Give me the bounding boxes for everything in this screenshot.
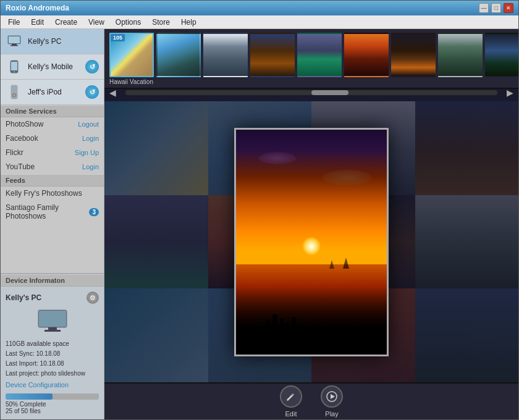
menu-help[interactable]: Help (176, 17, 201, 28)
thumbnail-2[interactable] (156, 33, 201, 77)
sync-action-ipod[interactable] (85, 85, 99, 99)
menu-file[interactable]: File (3, 17, 25, 28)
svg-rect-8 (12, 86, 17, 91)
minimize-button[interactable]: — (479, 3, 489, 13)
thumbnail-5[interactable] (297, 33, 342, 77)
thumb-count-badge: 105 (111, 34, 125, 41)
scroll-right-arrow[interactable]: ▶ (507, 89, 513, 96)
feed-name-santiago: Santiago Family Photoshows (6, 203, 89, 220)
device-settings-button[interactable]: ⚙ (86, 292, 99, 304)
stat-project: Last project: photo slideshow (6, 369, 99, 379)
mobile-icon (6, 58, 23, 75)
service-facebook: Facebook Login (1, 132, 104, 146)
menu-edit[interactable]: Edit (26, 17, 49, 28)
thumbnail-6[interactable] (344, 33, 389, 77)
menu-store[interactable]: Store (147, 17, 175, 28)
svg-rect-3 (11, 45, 18, 46)
sidebar-item-kellys-pc[interactable]: Kelly's PC (1, 29, 104, 54)
menu-bar: File Edit Create View Options Store Help (1, 15, 518, 29)
edit-button[interactable]: Edit (280, 385, 302, 418)
menu-view[interactable]: View (83, 17, 109, 28)
device-config-link[interactable]: Device Configuration (6, 381, 99, 388)
device-label-kellys-pc: Kelly's PC (28, 37, 99, 46)
feed-name-kelly: Kelly Fry's Photoshows (6, 189, 82, 198)
stat-import: Last Import: 10.18.08 (6, 359, 99, 369)
device-label-kellys-mobile: Kelly's Mobile (28, 62, 80, 71)
scroll-handle[interactable] (311, 90, 348, 95)
service-action-youtube[interactable]: Login (82, 163, 99, 170)
main-photo-frame[interactable] (234, 128, 389, 356)
main-content: Kelly's PC Kelly's Mobile (1, 29, 518, 419)
feed-santiago[interactable]: Santiago Family Photoshows 3 (1, 201, 104, 224)
scroll-left-arrow[interactable]: ◀ (109, 89, 116, 96)
window-title: Roxio Andromeda (6, 4, 69, 12)
svg-rect-1 (9, 36, 20, 43)
play-label: Play (325, 410, 338, 418)
close-button[interactable]: ✕ (504, 3, 513, 13)
feeds-header: Feeds (1, 174, 104, 187)
svg-point-10 (14, 94, 15, 96)
sunset-photo (236, 130, 387, 355)
stat-space: 110GB available space (6, 339, 99, 349)
device-info-header-label: Device Informaton (1, 274, 104, 287)
app-window: Roxio Andromeda — □ ✕ File Edit Create V… (0, 0, 519, 420)
service-action-facebook[interactable]: Login (82, 135, 99, 142)
svg-rect-14 (44, 330, 61, 332)
edit-icon (280, 385, 302, 408)
monitor-icon (6, 33, 23, 50)
svg-marker-16 (331, 394, 335, 399)
stat-sync: Last Sync: 10.18.08 (6, 349, 99, 359)
svg-point-6 (14, 71, 15, 72)
service-name-photoshow: PhotoShow (6, 120, 43, 128)
svg-rect-13 (48, 327, 57, 330)
service-action-photoshow[interactable]: Logout (78, 120, 99, 128)
scroll-track (125, 90, 497, 95)
progress-bar-container (6, 393, 99, 400)
menu-create[interactable]: Create (50, 17, 82, 28)
service-name-flickr: Flickr (6, 148, 23, 157)
thumbnail-7[interactable] (391, 33, 436, 77)
edit-label: Edit (285, 410, 297, 418)
svg-rect-2 (12, 44, 17, 45)
service-flickr: Flickr Sign Up (1, 146, 104, 160)
maximize-button[interactable]: □ (491, 3, 501, 13)
thumbnail-8[interactable] (438, 33, 483, 77)
photo-area (104, 101, 518, 382)
device-stats: 110GB available space Last Sync: 10.18.0… (6, 339, 99, 379)
progress-bar-fill (6, 393, 53, 400)
service-youtube: YouTube Login (1, 160, 104, 174)
device-label-jeffs-ipod: Jeff's iPod (28, 88, 80, 96)
thumbnail-3[interactable] (203, 33, 248, 77)
sync-action-mobile[interactable] (85, 60, 99, 74)
device-info-name: Kelly's PC (6, 293, 41, 302)
thumbnail-9[interactable] (485, 33, 518, 77)
play-icon (321, 385, 343, 408)
device-info-section: Device Informaton Kelly's PC ⚙ 110GB ava (1, 273, 104, 419)
menu-options[interactable]: Options (111, 17, 146, 28)
bottom-toolbar: Edit Play (104, 382, 518, 419)
thumbnail-4[interactable] (250, 33, 295, 77)
thumbnail-scrollbar: ◀ ▶ (109, 90, 513, 98)
online-services-header: Online Services (1, 105, 104, 117)
sidebar-item-kellys-mobile[interactable]: Kelly's Mobile (1, 54, 104, 80)
service-name-facebook: Facebook (6, 134, 38, 143)
svg-rect-12 (39, 311, 66, 327)
device-monitor-icon (6, 309, 99, 335)
right-panel: 105 Hawaii Vacation ◀ (104, 29, 518, 419)
feed-badge-santiago: 3 (89, 208, 99, 216)
ipod-icon (6, 83, 23, 101)
device-info-header: Kelly's PC ⚙ (6, 292, 99, 304)
window-controls: — □ ✕ (479, 3, 513, 13)
sidebar-item-jeffs-ipod[interactable]: Jeff's iPod (1, 80, 104, 105)
feed-kelly[interactable]: Kelly Fry's Photoshows (1, 187, 104, 201)
title-bar: Roxio Andromeda — □ ✕ (1, 1, 518, 15)
svg-rect-5 (11, 62, 17, 70)
service-action-flickr[interactable]: Sign Up (75, 149, 99, 156)
thumb-label-1: Hawaii Vacation (109, 78, 153, 85)
thumb-wrapper-1: 105 Hawaii Vacation (109, 33, 154, 85)
service-photoshow: PhotoShow Logout (1, 117, 104, 132)
service-name-youtube: YouTube (6, 162, 35, 171)
play-button[interactable]: Play (321, 385, 343, 418)
progress-label: 50% Complete 25 of 50 files (6, 401, 99, 414)
thumbnail-strip: 105 Hawaii Vacation (104, 29, 518, 89)
